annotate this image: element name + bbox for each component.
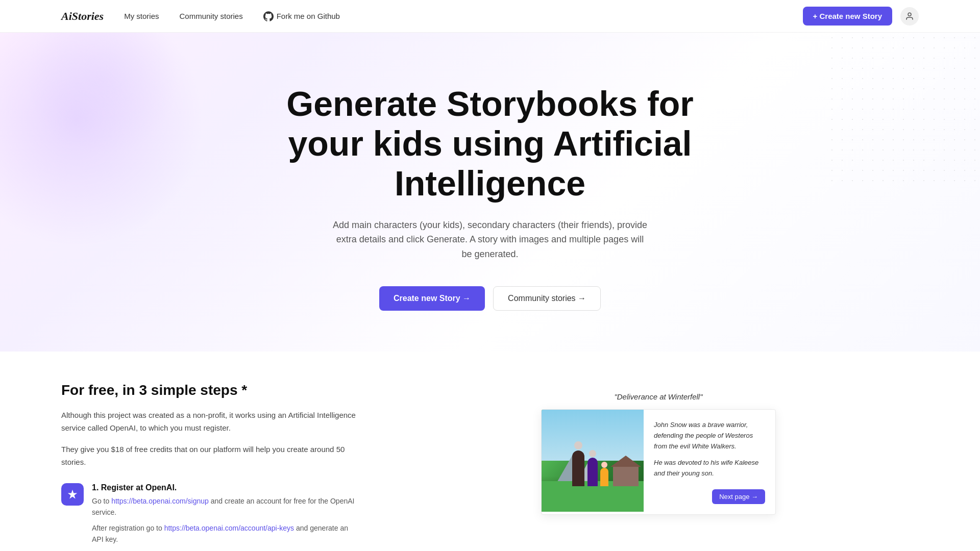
- step-1-text2-before: After registration go to: [92, 524, 164, 532]
- step-1-text-before: Go to: [92, 497, 111, 505]
- book-title: "Deliverance at Winterfell": [614, 392, 702, 401]
- figure-medium: [587, 458, 598, 486]
- step-1-link2[interactable]: https://beta.openai.com/account/api-keys: [164, 524, 294, 532]
- step-1-title: 1. Register at OpenAI.: [92, 483, 357, 492]
- nav-community-stories[interactable]: Community stories: [179, 12, 242, 20]
- step-1: 1. Register at OpenAI. Go to https://bet…: [61, 483, 357, 545]
- next-page-button[interactable]: Next page →: [712, 489, 765, 504]
- step-1-text: Go to https://beta.openai.com/signup and…: [92, 495, 357, 518]
- step-1-link1[interactable]: https://beta.openai.com/signup: [111, 497, 209, 505]
- book-text-2: He was devoted to his wife Kaleese and t…: [654, 458, 765, 479]
- book-preview-section: "Deliverance at Winterfell" John Snow wa…: [398, 382, 919, 545]
- step-1-icon: [61, 483, 84, 506]
- svg-point-0: [908, 13, 911, 16]
- house-element: [613, 466, 639, 486]
- dot-pattern-decoration: [827, 33, 980, 186]
- github-label: Fork me on Github: [277, 12, 340, 20]
- github-link[interactable]: Fork me on Github: [263, 11, 340, 21]
- hero-buttons: Create new Story → Community stories →: [61, 286, 919, 311]
- user-icon: [905, 12, 914, 21]
- book-page: John Snow was a brave warrior, defending…: [541, 409, 776, 515]
- book-text-1: John Snow was a brave warrior, defending…: [654, 420, 765, 452]
- logo[interactable]: AiStories: [61, 10, 104, 23]
- user-account-button[interactable]: [900, 7, 919, 26]
- hero-create-button[interactable]: Create new Story →: [379, 286, 485, 311]
- bottom-section: For free, in 3 simple steps * Although t…: [0, 352, 980, 551]
- hero-title: Generate Storybooks for your kids using …: [286, 84, 694, 204]
- book-illustration: [542, 410, 644, 512]
- header-right: + Create new Story: [803, 7, 919, 26]
- figure-tall: [572, 450, 584, 486]
- figure-small: [600, 468, 608, 486]
- steps-title: For free, in 3 simple steps *: [61, 382, 357, 398]
- steps-desc-2: They give you $18 of free credits that o…: [61, 443, 357, 469]
- hero-section: Generate Storybooks for your kids using …: [0, 33, 980, 352]
- nav-my-stories[interactable]: My stories: [124, 12, 159, 20]
- github-icon: [263, 11, 274, 21]
- header-create-button[interactable]: + Create new Story: [803, 7, 892, 26]
- header: AiStories My stories Community stories F…: [0, 0, 980, 33]
- hero-subtitle: Add main characters (your kids), seconda…: [332, 218, 648, 262]
- step-1-content: 1. Register at OpenAI. Go to https://bet…: [92, 483, 357, 545]
- sparkle-icon: [67, 489, 78, 500]
- step-1-text2: After registration go to https://beta.op…: [92, 522, 357, 545]
- book-text: John Snow was a brave warrior, defending…: [644, 410, 775, 514]
- steps-desc-1: Although this project was created as a n…: [61, 409, 357, 435]
- steps-section: For free, in 3 simple steps * Although t…: [61, 382, 357, 545]
- hero-community-button[interactable]: Community stories →: [493, 286, 601, 311]
- header-left: AiStories My stories Community stories F…: [61, 10, 340, 23]
